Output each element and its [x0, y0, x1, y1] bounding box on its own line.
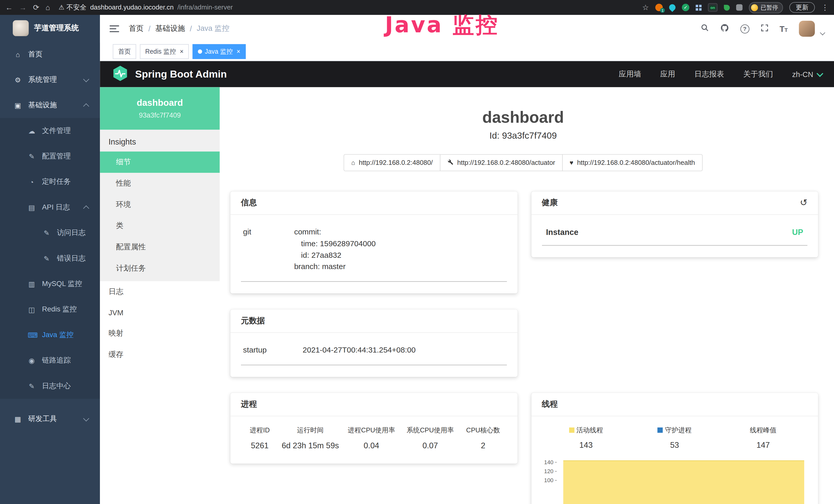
chart-y-axis: 140 120 100 — [542, 458, 561, 504]
sidebar-item-tracing[interactable]: ◉ 链路追踪 — [0, 348, 100, 373]
user-avatar[interactable] — [799, 21, 815, 37]
extension-icon-green-check[interactable]: ✓ — [682, 4, 689, 11]
sidebar-item-api-logs[interactable]: ▤ API 日志 — [0, 194, 100, 220]
layers-icon: ◫ — [28, 305, 36, 314]
tab-home[interactable]: 首页 — [113, 44, 136, 59]
forward-icon[interactable]: → — [19, 4, 27, 11]
chrome-update-button[interactable]: 更新 — [789, 2, 815, 13]
cards-grid: 信息 git commit: time: 1596289704000 id: 2… — [231, 191, 818, 504]
clock-icon: ◔ — [28, 178, 36, 186]
sidebar-item-label: Java 监控 — [42, 330, 74, 340]
extensions-puzzle-icon[interactable] — [736, 4, 743, 11]
font-size-icon[interactable]: TT — [780, 25, 788, 32]
sidebar-item-system-mgmt[interactable]: ⚙ 系统管理 — [0, 67, 100, 92]
sidebar-item-scheduled-jobs[interactable]: ◔ 定时任务 — [0, 169, 100, 194]
sidebar-item-log-center[interactable]: ✎ 日志中心 — [0, 373, 100, 399]
sidebar-item-home[interactable]: ⌂ 首页 — [0, 42, 100, 67]
sba-nav-journal[interactable]: 日志报表 — [694, 69, 724, 79]
extension-icon-leaf[interactable] — [724, 5, 730, 10]
sba-nav-wallboard[interactable]: 应用墙 — [619, 69, 641, 79]
github-icon[interactable] — [720, 23, 729, 34]
sba-menu-logs[interactable]: 日志 — [100, 281, 220, 302]
sba-brand[interactable]: Spring Boot Admin — [135, 68, 227, 80]
sidebar-item-label: 访问日志 — [57, 228, 86, 237]
legend-daemon-threads: 守护进程 53 — [630, 426, 719, 449]
process-col-sys-cpu: 系统CPU使用率 0.07 — [401, 426, 460, 450]
process-table: 进程ID 5261 运行时间 6d 23h 15m 59s 进程CPU使用率 — [241, 422, 506, 452]
sidebar-item-error-logs[interactable]: ✎ 错误日志 — [0, 246, 100, 271]
health-instance-label: Instance — [546, 228, 578, 236]
sidebar-item-label: MySQL 监控 — [42, 279, 82, 289]
chevron-up-icon — [83, 205, 89, 211]
sba-menu-environment[interactable]: 环境 — [100, 194, 220, 215]
sba-nav-applications[interactable]: 应用 — [660, 69, 675, 79]
sidebar-item-redis-monitor[interactable]: ◫ Redis 监控 — [0, 297, 100, 322]
breadcrumb-infrastructure[interactable]: 基础设施 — [155, 24, 185, 33]
sba-menu-classes[interactable]: 类 — [100, 215, 220, 237]
sidebar-item-label: 系统管理 — [28, 75, 57, 85]
sba-menu-performance[interactable]: 性能 — [100, 173, 220, 194]
sba-locale-select[interactable]: zh-CN — [792, 70, 822, 78]
sba-instance-header[interactable]: dashboard 93a3fc7f7409 — [100, 87, 220, 130]
extension-icon-orange[interactable]: 1 — [655, 4, 663, 11]
breadcrumb-home[interactable]: 首页 — [129, 24, 144, 33]
profile-paused-badge[interactable]: 已暂停 — [749, 2, 783, 13]
link-label: http://192.168.0.2:48080/actuator/health — [577, 159, 695, 166]
sba-nav: 应用墙 应用 日志报表 关于我们 zh-CN — [619, 69, 822, 79]
sidebar-item-file-mgmt[interactable]: ☁ 文件管理 — [0, 118, 100, 143]
actuator-url-button[interactable]: http://192.168.0.2:48080/actuator — [440, 154, 563, 171]
sba-menu-scheduled-tasks[interactable]: 计划任务 — [100, 258, 220, 279]
extensions-grid-icon[interactable] — [696, 5, 702, 10]
fullscreen-icon[interactable] — [761, 24, 768, 33]
bookmark-star-icon[interactable]: ☆ — [642, 4, 649, 11]
sidebar-toggle-icon[interactable] — [110, 24, 119, 33]
security-warning[interactable]: ⚠ 不安全 — [59, 3, 86, 12]
service-url-button[interactable]: ⌂ http://192.168.0.2:48080/ — [344, 154, 440, 171]
browser-menu-icon[interactable]: ⋮ — [821, 4, 829, 11]
sba-header: Spring Boot Admin 应用墙 应用 日志报表 关于我们 zh-CN — [100, 61, 834, 87]
card-title: 健康 — [542, 198, 557, 208]
legend-live-threads: 活动线程 143 — [542, 426, 630, 449]
sba-menu-jvm[interactable]: JVM — [100, 302, 220, 323]
process-col-proc-cpu: 进程CPU使用率 0.04 — [342, 426, 401, 450]
status-badge: UP — [792, 228, 803, 236]
tab-java-monitor[interactable]: Java 监控 × — [193, 44, 245, 59]
sidebar-item-infrastructure[interactable]: ▣ 基础设施 — [0, 92, 100, 118]
reload-icon[interactable]: ⟳ — [33, 4, 39, 11]
sba-menu-caches[interactable]: 缓存 — [100, 344, 220, 365]
tab-label: Redis 监控 — [145, 47, 176, 56]
tab-redis-monitor[interactable]: Redis 监控 × — [140, 44, 189, 59]
sidebar-item-java-monitor[interactable]: ⌨ Java 监控 — [0, 322, 100, 348]
sidebar-item-access-logs[interactable]: ✎ 访问日志 — [0, 220, 100, 246]
close-icon[interactable]: × — [180, 48, 184, 55]
info-row-git: git commit: time: 1596289704000 id: 27aa… — [241, 221, 506, 282]
blue-swatch-icon — [658, 428, 663, 433]
history-icon[interactable]: ↺ — [800, 198, 808, 207]
health-url-button[interactable]: ♥ http://192.168.0.2:48080/actuator/heal… — [562, 154, 702, 171]
extension-icon-on-toggle[interactable]: on — [708, 3, 717, 12]
health-instance-row[interactable]: Instance UP — [542, 221, 807, 246]
sidebar-item-label: 错误日志 — [57, 254, 86, 263]
gear-icon: ⚙ — [14, 76, 22, 84]
sidebar-item-config-mgmt[interactable]: ✎ 配置管理 — [0, 143, 100, 169]
on-toggle-label: on — [709, 5, 716, 10]
home-button-icon[interactable]: ⌂ — [46, 4, 50, 11]
edit-doc-icon: ✎ — [28, 382, 36, 390]
back-icon[interactable]: ← — [5, 4, 13, 11]
address-bar[interactable]: ⚠ 不安全 dashboard.yudao.iocoder.cn/infra/a… — [59, 3, 233, 12]
sba-menu-config-props[interactable]: 配置属性 — [100, 237, 220, 258]
help-icon[interactable]: ? — [740, 24, 749, 33]
close-icon[interactable]: × — [237, 48, 240, 55]
sba-menu-details[interactable]: 细节 — [100, 152, 220, 173]
process-col-cores: CPU核心数 2 — [460, 426, 506, 450]
breadcrumb-current: Java 监控 — [197, 24, 229, 33]
sidebar-item-dev-tools[interactable]: ▦ 研发工具 — [0, 406, 100, 432]
avatar-caret-icon[interactable] — [820, 30, 825, 35]
sba-nav-about[interactable]: 关于我们 — [743, 69, 773, 79]
extension-icon-teal[interactable] — [668, 3, 677, 12]
search-icon[interactable] — [700, 23, 709, 34]
sidebar-item-mysql-monitor[interactable]: ▥ MySQL 监控 — [0, 271, 100, 297]
process-col-pid: 进程ID 5261 — [241, 426, 279, 450]
metadata-value: 2021-04-27T00:44:31.254+08:00 — [303, 345, 504, 356]
sba-menu-mappings[interactable]: 映射 — [100, 323, 220, 344]
